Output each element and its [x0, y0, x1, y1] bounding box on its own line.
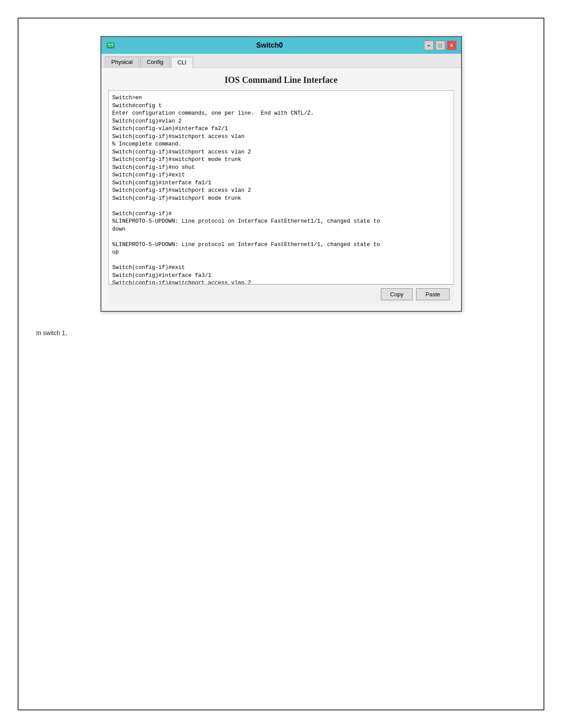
copy-button[interactable]: Copy	[381, 288, 413, 300]
svg-rect-2	[111, 44, 113, 45]
button-row: Copy Paste	[108, 284, 454, 304]
tab-config[interactable]: Config	[140, 56, 170, 67]
content-area: IOS Command Line Interface Switch>en Swi…	[101, 68, 461, 311]
paste-button[interactable]: Paste	[416, 288, 449, 300]
page-container: Switch0 – □ × Physical Config CLI IOS Co…	[18, 18, 544, 710]
tab-bar: Physical Config CLI	[101, 54, 461, 68]
window-title: Switch0	[115, 41, 424, 49]
cli-heading: IOS Command Line Interface	[108, 75, 454, 85]
terminal-wrapper: Switch>en Switch#config t Enter configur…	[108, 90, 454, 284]
tab-physical[interactable]: Physical	[105, 56, 139, 67]
close-button[interactable]: ×	[447, 41, 457, 50]
svg-rect-0	[107, 43, 114, 48]
window-controls: – □ ×	[424, 41, 457, 50]
title-bar: Switch0 – □ ×	[101, 37, 461, 54]
simulator-window: Switch0 – □ × Physical Config CLI IOS Co…	[100, 36, 462, 312]
terminal-output[interactable]: Switch>en Switch#config t Enter configur…	[109, 91, 454, 284]
minimize-button[interactable]: –	[424, 41, 434, 50]
app-icon	[106, 41, 115, 50]
maximize-button[interactable]: □	[435, 41, 445, 50]
svg-rect-3	[108, 46, 113, 47]
below-text: In switch 1,	[36, 329, 526, 336]
tab-cli[interactable]: CLI	[171, 57, 193, 68]
svg-rect-1	[108, 44, 110, 45]
